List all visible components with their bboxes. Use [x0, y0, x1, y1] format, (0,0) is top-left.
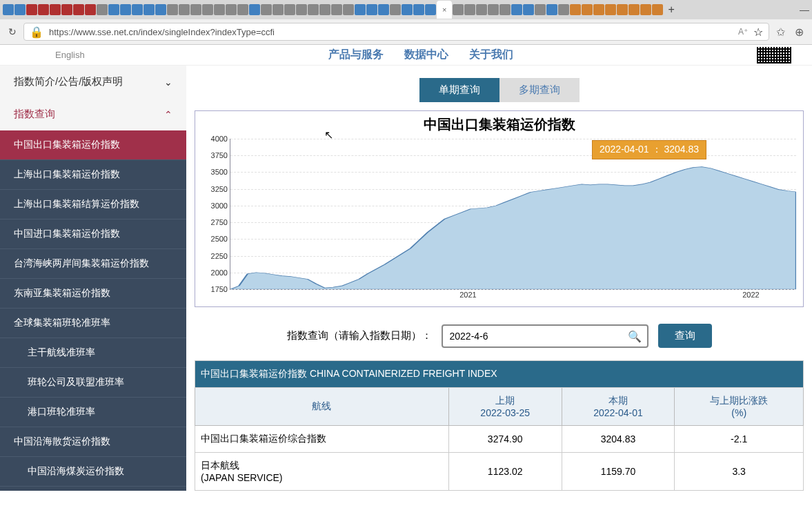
- browser-tab[interactable]: [38, 4, 49, 15]
- address-bar: ↻ 🔒 https://www.sse.net.cn/index/singleI…: [0, 19, 812, 44]
- sidebar-item-scfi[interactable]: 上海出口集装箱运价指数: [0, 160, 186, 190]
- browser-tab[interactable]: [120, 4, 131, 15]
- browser-tab[interactable]: [319, 4, 330, 15]
- browser-tab[interactable]: [284, 4, 295, 15]
- search-row: 指数查询（请输入指数日期）： 🔍 查询: [195, 324, 804, 348]
- browser-tab[interactable]: [558, 4, 569, 15]
- browser-tab[interactable]: [546, 4, 557, 15]
- browser-tab[interactable]: [237, 4, 248, 15]
- browser-tab[interactable]: [511, 4, 522, 15]
- sidebar-item-trunk[interactable]: 主干航线准班率: [0, 338, 186, 368]
- date-input[interactable]: [442, 324, 648, 348]
- browser-tab[interactable]: [61, 4, 72, 15]
- tab-single[interactable]: 单期查询: [419, 78, 499, 102]
- browser-tab[interactable]: [3, 4, 14, 15]
- close-icon[interactable]: ×: [442, 6, 446, 14]
- browser-tab[interactable]: [464, 4, 475, 15]
- browser-tab[interactable]: [535, 4, 546, 15]
- browser-tab-active[interactable]: ×: [437, 1, 452, 19]
- browser-tab[interactable]: [523, 4, 534, 15]
- browser-tab[interactable]: [425, 4, 436, 15]
- browser-tab[interactable]: [570, 4, 581, 15]
- url-text: https://www.sse.net.cn/index/singleIndex…: [49, 27, 733, 37]
- browser-tab[interactable]: [488, 4, 499, 15]
- browser-tab[interactable]: [85, 4, 96, 15]
- search-icon[interactable]: 🔍: [628, 329, 642, 342]
- tab-multi[interactable]: 多期查询: [499, 78, 580, 102]
- browser-tab[interactable]: [402, 4, 413, 15]
- sidebar-item-scfis[interactable]: 上海出口集装箱结算运价指数: [0, 190, 186, 219]
- sidebar-item-port[interactable]: 港口班轮准班率: [0, 398, 186, 427]
- browser-tab[interactable]: [476, 4, 487, 15]
- sidebar-item-twfi[interactable]: 台湾海峡两岸间集装箱运价指数: [0, 249, 186, 279]
- browser-tab[interactable]: [296, 4, 307, 15]
- minimize-icon[interactable]: —: [800, 4, 809, 15]
- sidebar-item-seafi[interactable]: 东南亚集装箱运价指数: [0, 279, 186, 309]
- browser-tab[interactable]: [179, 4, 190, 15]
- browser-tab[interactable]: [108, 4, 119, 15]
- sidebar-group-query[interactable]: 指数查询 ⌃: [0, 98, 186, 130]
- browser-tab[interactable]: [582, 4, 593, 15]
- refresh-icon[interactable]: ↻: [8, 26, 17, 37]
- url-input[interactable]: 🔒 https://www.sse.net.cn/index/singleInd…: [23, 23, 769, 41]
- sidebar-item-coastal[interactable]: 中国沿海散货运价指数: [0, 427, 186, 457]
- nav-data[interactable]: 数据中心: [404, 48, 448, 62]
- nav-about[interactable]: 关于我们: [469, 48, 513, 62]
- sidebar-item-global[interactable]: 全球集装箱班轮准班率: [0, 309, 186, 338]
- query-button[interactable]: 查询: [658, 324, 712, 348]
- browser-tab[interactable]: [343, 4, 354, 15]
- browser-tab[interactable]: [605, 4, 616, 15]
- browser-tab[interactable]: [14, 4, 26, 15]
- browser-tab[interactable]: [308, 4, 319, 15]
- table-row: 中国出口集装箱运价综合指数 3274.90 3204.83 -2.1: [195, 426, 804, 453]
- browser-tab[interactable]: [499, 4, 511, 15]
- new-tab-button[interactable]: +: [664, 3, 678, 16]
- reader-icon[interactable]: A⁺: [738, 27, 748, 37]
- chart-plot-area[interactable]: 1750200022502500275030003250350037504000…: [230, 139, 796, 290]
- browser-tab[interactable]: [273, 4, 284, 15]
- browser-tab[interactable]: [167, 4, 178, 15]
- lang-switch[interactable]: English: [55, 50, 85, 60]
- browser-tab[interactable]: [640, 4, 651, 15]
- favorites-icon[interactable]: ✩: [776, 26, 785, 39]
- browser-tab[interactable]: [50, 4, 61, 15]
- browser-tab[interactable]: [132, 4, 143, 15]
- data-table: 中国出口集装箱运价指数 CHINA CONTAINERIZED FREIGHT …: [195, 360, 804, 491]
- browser-tab[interactable]: [73, 4, 84, 15]
- chart-title: 中国出口集装箱运价指数: [195, 111, 803, 138]
- browser-tab[interactable]: [366, 4, 377, 15]
- browser-tab[interactable]: [143, 4, 155, 15]
- nav-products[interactable]: 产品与服务: [328, 48, 384, 62]
- browser-tab[interactable]: [413, 4, 424, 15]
- browser-tab[interactable]: [26, 4, 37, 15]
- browser-tab[interactable]: [593, 4, 604, 15]
- browser-tab[interactable]: [628, 4, 640, 15]
- sidebar-item-coal[interactable]: 中国沿海煤炭运价指数: [0, 457, 186, 487]
- browser-tab[interactable]: [249, 4, 260, 15]
- browser-tab[interactable]: [155, 4, 166, 15]
- chevron-up-icon: ⌃: [164, 109, 172, 120]
- col-prev: 上期2022-03-25: [448, 388, 562, 426]
- top-nav: 产品与服务 数据中心 关于我们: [328, 48, 513, 62]
- svg-marker-0: [230, 167, 796, 289]
- sidebar-item-cicfi[interactable]: 中国进口集装箱运价指数: [0, 219, 186, 249]
- browser-tab[interactable]: [331, 4, 342, 15]
- browser-tab[interactable]: [226, 4, 237, 15]
- sidebar-group-intro[interactable]: 指数简介/公告/版权声明 ⌄: [0, 66, 186, 98]
- browser-tab[interactable]: [652, 4, 663, 15]
- browser-tab[interactable]: [97, 4, 108, 15]
- sidebar-item-ccfi[interactable]: 中国出口集装箱运价指数: [0, 130, 186, 160]
- browser-tab[interactable]: [261, 4, 272, 15]
- browser-tab[interactable]: [202, 4, 213, 15]
- browser-tab[interactable]: [453, 4, 464, 15]
- browser-tab[interactable]: [390, 4, 401, 15]
- browser-tab[interactable]: [378, 4, 389, 15]
- collections-icon[interactable]: ⊕: [795, 26, 804, 39]
- favorite-icon[interactable]: ☆: [753, 26, 763, 39]
- browser-tab[interactable]: [617, 4, 628, 15]
- browser-tab[interactable]: [190, 4, 201, 15]
- browser-tab[interactable]: [355, 4, 366, 15]
- sidebar-item-alliance[interactable]: 班轮公司及联盟准班率: [0, 368, 186, 398]
- browser-tab[interactable]: [214, 4, 225, 15]
- browser-chrome: × + — ↻ 🔒 https://www.sse.net.cn/index/s…: [0, 0, 812, 45]
